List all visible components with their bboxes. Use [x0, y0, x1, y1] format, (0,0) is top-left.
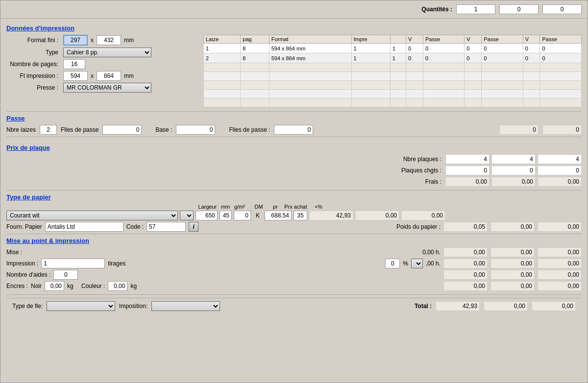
table-row-empty: [204, 81, 582, 90]
flles-passe-input[interactable]: [102, 125, 142, 135]
th-v1: V: [406, 35, 423, 44]
table-row-empty: [204, 72, 582, 81]
largeur-header: Largeur: [196, 204, 219, 210]
th-passe3: Passe: [540, 35, 582, 44]
papier-row2: Fourn. Papier Code : i Poids du papier :…: [6, 222, 582, 232]
total-val3: 0,00: [532, 301, 576, 311]
prix-plaque-title: Prix de plaque: [6, 144, 582, 151]
nbre-laizes-input[interactable]: [40, 125, 57, 135]
ft-w-input[interactable]: [63, 71, 88, 81]
th-v2: V: [465, 35, 482, 44]
papier-select[interactable]: Courant wit: [6, 211, 178, 220]
papier-data-row: Courant wit K 42,93 0,00 0,00: [6, 211, 582, 220]
left-form: Format fini : x mm Type Cahier 8 pp.: [6, 35, 197, 107]
ft-label: Ft impression :: [6, 72, 60, 79]
impression-qty-input[interactable]: [41, 259, 105, 268]
gm2-input[interactable]: [220, 211, 232, 220]
passe-val3: 0: [542, 125, 582, 135]
frais-vals: 0,00 0,00 0,00: [445, 177, 582, 187]
frais-label: Frais :: [6, 178, 445, 185]
th-impre2: [390, 35, 406, 44]
table-header-row: Laize pag Format Impre V Passe V Passe V: [204, 35, 582, 44]
encres-row: Encres : Noir kg Couleur : kg 0,00 0,00 …: [6, 281, 582, 291]
plus-pct-input[interactable]: [294, 211, 307, 220]
format-fini-row: Format fini : x mm: [6, 35, 197, 46]
noir-input[interactable]: [45, 281, 64, 291]
frais-2: 0,00: [491, 177, 536, 187]
plus-header: +%: [311, 204, 326, 210]
chgts-label: Plaques chgts :: [6, 167, 445, 174]
poids-val2: 0,00: [490, 222, 535, 232]
presse-select[interactable]: MR COLORMAN GR: [63, 83, 151, 93]
enc-val2: 0,00: [490, 281, 535, 291]
passe-section: Passe Nbre laizes Flles de passe Base : …: [6, 115, 582, 137]
enc-val1: 0,00: [443, 281, 488, 291]
table-row-empty: [204, 63, 582, 72]
pct-select[interactable]: ▼: [411, 259, 423, 268]
chgts-3: 0: [538, 166, 582, 175]
flles2-label: Flles de passe :: [229, 126, 270, 133]
ft-x-sep: x: [91, 72, 94, 79]
th-v3: V: [523, 35, 540, 44]
flles2-input[interactable]: [274, 125, 313, 135]
fourn-input[interactable]: [45, 222, 123, 232]
type-fle-select[interactable]: [47, 301, 115, 311]
largeur-input[interactable]: [196, 211, 218, 220]
passe-title: Passe: [6, 115, 582, 122]
mise-label: Mise :: [6, 249, 22, 256]
pages-input[interactable]: [63, 59, 85, 69]
aides-val2: 0,00: [490, 270, 535, 280]
poids-label: Poids du papier :: [396, 223, 441, 230]
imp-val1: 0,00: [443, 259, 488, 268]
papier-extra-select[interactable]: [180, 211, 194, 220]
mm-header: mm: [220, 204, 230, 210]
table-row: 28594 x 864 mm11000000: [204, 53, 582, 63]
pct-unit: %: [403, 260, 408, 267]
info-button[interactable]: i: [189, 222, 198, 232]
type-select[interactable]: Cahier 8 pp.: [63, 48, 151, 57]
papier-title: Type de papier: [6, 193, 582, 201]
imposition-label: Imposition:: [119, 303, 147, 310]
dm-input[interactable]: [234, 211, 251, 220]
imposition-select[interactable]: [151, 301, 220, 311]
passe-row: Nbre laizes Flles de passe Base : Flles …: [6, 125, 582, 135]
format-h-input[interactable]: [97, 35, 121, 45]
quantite-2-input[interactable]: [499, 4, 539, 14]
format-unit: mm: [124, 37, 134, 44]
pr-value: K: [253, 212, 263, 219]
base-label: Base :: [155, 126, 172, 133]
top-bar: Quantités :: [0, 0, 588, 19]
pages-label: Nombre de pages:: [6, 61, 60, 68]
aides-input[interactable]: [53, 270, 78, 280]
quantite-3-input[interactable]: [542, 4, 582, 14]
chgts-1: 0: [445, 166, 490, 175]
th-pag: pag: [241, 35, 269, 44]
aides-val1: 0,00: [443, 270, 488, 280]
main-container: Quantités : Données d'impression Format …: [0, 0, 588, 383]
table-row-empty: [204, 90, 582, 98]
ft-h-input[interactable]: [97, 71, 121, 81]
nbre-plaques-label: Nbre plaques :: [6, 156, 445, 163]
presse-row: Presse : MR COLORMAN GR: [6, 83, 197, 93]
code-input[interactable]: [147, 222, 186, 232]
nbre-plaques-1: 4: [445, 154, 490, 164]
aides-row: Nombre d'aides : 0,00 0,00 0,00: [6, 270, 582, 280]
poids-val1: 0,05: [443, 222, 488, 232]
pr-header: pr: [270, 204, 280, 210]
pct-input[interactable]: [385, 259, 400, 268]
base-input[interactable]: [176, 125, 215, 135]
imp-val3: 0,00: [538, 259, 582, 268]
format-w-input[interactable]: [63, 35, 88, 46]
type-fle-label: Type de fle:: [12, 303, 43, 310]
nbre-laizes-label: Nbre laizes: [6, 126, 36, 133]
tirages-label: tirages: [108, 260, 125, 267]
quantite-1-input[interactable]: [456, 4, 495, 14]
imp-val2: 0,00: [490, 259, 535, 268]
couleur-input[interactable]: [108, 281, 127, 291]
format-fini-label: Format fini :: [6, 37, 60, 44]
papier-section: Type de papier Largeur mm g/m² DM pr Prx…: [6, 193, 582, 234]
impression-table: Laize pag Format Impre V Passe V Passe V: [203, 35, 582, 107]
mise-section: Mise au point & impression Mise : 0,00 h…: [6, 237, 582, 295]
poids-val3: 0,00: [538, 222, 582, 232]
prx-achat-input[interactable]: [265, 211, 292, 220]
